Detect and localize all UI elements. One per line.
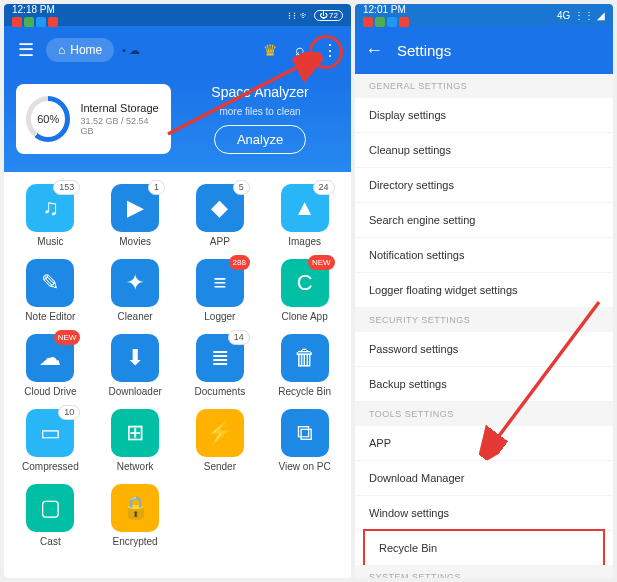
app-icon: 🔒 bbox=[111, 484, 159, 532]
home-icon: ⌂ bbox=[58, 43, 65, 57]
settings-row-logger-floating-widget-settings[interactable]: Logger floating widget settings bbox=[355, 273, 613, 308]
app-images[interactable]: ▲24Images bbox=[264, 180, 345, 251]
settings-row-app[interactable]: APP bbox=[355, 426, 613, 461]
app-grid: ♫153Music▶1Movies◆5APP▲24Images✎Note Edi… bbox=[4, 172, 351, 559]
badge: 1 bbox=[148, 180, 165, 195]
app-label: Cast bbox=[40, 536, 61, 547]
badge: 10 bbox=[58, 405, 80, 420]
app-label: Images bbox=[288, 236, 321, 247]
app-label: Cloud Drive bbox=[24, 386, 76, 397]
battery-icon: ⏻ 72 bbox=[314, 10, 343, 21]
status-time: 12:01 PM bbox=[363, 4, 406, 15]
app-documents[interactable]: ≣14Documents bbox=[180, 330, 261, 401]
badge: NEW bbox=[54, 330, 81, 345]
phone-right: 12:01 PM 4G ⋮⋮ ◢ ← Settings GENERAL SETT… bbox=[355, 4, 613, 578]
settings-row-window-settings[interactable]: Window settings bbox=[355, 496, 613, 531]
crown-icon[interactable]: ♛ bbox=[259, 41, 281, 60]
app-icon: ⚡ bbox=[196, 409, 244, 457]
app-music[interactable]: ♫153Music bbox=[10, 180, 91, 251]
app-downloader[interactable]: ⬇Downloader bbox=[95, 330, 176, 401]
home-button[interactable]: ⌂ Home bbox=[46, 38, 114, 62]
app-network[interactable]: ⊞Network bbox=[95, 405, 176, 476]
topbar: ☰ ⌂ Home ▪ ☁ ♛ ⌕ ⋮ bbox=[4, 26, 351, 74]
app-icon: ♫153 bbox=[26, 184, 74, 232]
storage-sub: 31.52 GB / 52.54 GB bbox=[80, 116, 161, 136]
storage-card[interactable]: 60% Internal Storage 31.52 GB / 52.54 GB bbox=[16, 84, 171, 154]
app-note-editor[interactable]: ✎Note Editor bbox=[10, 255, 91, 326]
settings-row-display-settings[interactable]: Display settings bbox=[355, 98, 613, 133]
app-cleaner[interactable]: ✦Cleaner bbox=[95, 255, 176, 326]
app-label: Music bbox=[37, 236, 63, 247]
app-cast[interactable]: ▢Cast bbox=[10, 480, 91, 551]
settings-row-cleanup-settings[interactable]: Cleanup settings bbox=[355, 133, 613, 168]
badge: NEW bbox=[308, 255, 335, 270]
settings-list: GENERAL SETTINGSDisplay settingsCleanup … bbox=[355, 74, 613, 578]
wifi-icon: ⋮⋮ ᯤ bbox=[287, 10, 310, 21]
hero-sub: more files to clean bbox=[219, 106, 300, 117]
app-label: Note Editor bbox=[25, 311, 75, 322]
back-button[interactable]: ← bbox=[365, 40, 383, 61]
home-label: Home bbox=[70, 43, 102, 57]
app-icon: ⊞ bbox=[111, 409, 159, 457]
app-icon: ≡288 bbox=[196, 259, 244, 307]
app-label: Recycle Bin bbox=[278, 386, 331, 397]
settings-row-backup-settings[interactable]: Backup settings bbox=[355, 367, 613, 402]
app-icon: ✎ bbox=[26, 259, 74, 307]
settings-row-search-engine-setting[interactable]: Search engine setting bbox=[355, 203, 613, 238]
section-header: TOOLS SETTINGS bbox=[355, 402, 613, 426]
settings-row-notification-settings[interactable]: Notification settings bbox=[355, 238, 613, 273]
network-label: 4G bbox=[557, 10, 570, 21]
menu-button[interactable]: ☰ bbox=[14, 39, 38, 61]
app-label: View on PC bbox=[279, 461, 331, 472]
status-bar: 12:01 PM 4G ⋮⋮ ◢ bbox=[355, 4, 613, 26]
settings-row-download-manager[interactable]: Download Manager bbox=[355, 461, 613, 496]
phone-left: 12:18 PM ⋮⋮ ᯤ ⏻ 72 ☰ ⌂ Home ▪ ☁ ♛ ⌕ ⋮ 60… bbox=[4, 4, 351, 578]
settings-row-directory-settings[interactable]: Directory settings bbox=[355, 168, 613, 203]
app-icon: ⬇ bbox=[111, 334, 159, 382]
app-label: Downloader bbox=[108, 386, 161, 397]
analyze-button[interactable]: Analyze bbox=[214, 125, 306, 154]
app-label: Compressed bbox=[22, 461, 79, 472]
app-recycle-bin[interactable]: 🗑Recycle Bin bbox=[264, 330, 345, 401]
app-icon: ▶1 bbox=[111, 184, 159, 232]
app-label: Network bbox=[117, 461, 154, 472]
settings-row-password-settings[interactable]: Password settings bbox=[355, 332, 613, 367]
app-icon: ▢ bbox=[26, 484, 74, 532]
badge: 24 bbox=[313, 180, 335, 195]
app-app[interactable]: ◆5APP bbox=[180, 180, 261, 251]
settings-row-recycle-bin[interactable]: Recycle Bin bbox=[363, 529, 605, 567]
app-label: Encrypted bbox=[113, 536, 158, 547]
app-indicator-icon bbox=[399, 17, 409, 27]
storage-gauge: 60% bbox=[26, 96, 70, 142]
app-icon: ☁NEW bbox=[26, 334, 74, 382]
search-icon[interactable]: ⌕ bbox=[289, 41, 311, 59]
badge: 153 bbox=[53, 180, 80, 195]
app-indicator-icon bbox=[375, 17, 385, 27]
status-time: 12:18 PM bbox=[12, 4, 55, 15]
cloud-icon: ▪ ☁ bbox=[122, 44, 140, 57]
app-icon: ▭10 bbox=[26, 409, 74, 457]
app-encrypted[interactable]: 🔒Encrypted bbox=[95, 480, 176, 551]
app-icon: CNEW bbox=[281, 259, 329, 307]
app-icon: ⧉ bbox=[281, 409, 329, 457]
app-movies[interactable]: ▶1Movies bbox=[95, 180, 176, 251]
badge: 288 bbox=[229, 255, 250, 270]
app-compressed[interactable]: ▭10Compressed bbox=[10, 405, 91, 476]
app-label: Cleaner bbox=[118, 311, 153, 322]
app-icon: ≣14 bbox=[196, 334, 244, 382]
app-label: Clone App bbox=[282, 311, 328, 322]
more-menu-icon[interactable]: ⋮ bbox=[319, 41, 341, 60]
app-indicator-icon bbox=[48, 17, 58, 27]
settings-topbar: ← Settings bbox=[355, 26, 613, 74]
signal-icon: ⋮⋮ ◢ bbox=[574, 10, 605, 21]
storage-label: Internal Storage bbox=[80, 102, 161, 114]
section-header: SECURITY SETTINGS bbox=[355, 308, 613, 332]
app-indicator-icon bbox=[363, 17, 373, 27]
app-cloud-drive[interactable]: ☁NEWCloud Drive bbox=[10, 330, 91, 401]
hero-title: Space Analyzer bbox=[211, 84, 308, 100]
app-clone-app[interactable]: CNEWClone App bbox=[264, 255, 345, 326]
app-sender[interactable]: ⚡Sender bbox=[180, 405, 261, 476]
app-label: Sender bbox=[204, 461, 236, 472]
app-logger[interactable]: ≡288Logger bbox=[180, 255, 261, 326]
app-view-on-pc[interactable]: ⧉View on PC bbox=[264, 405, 345, 476]
